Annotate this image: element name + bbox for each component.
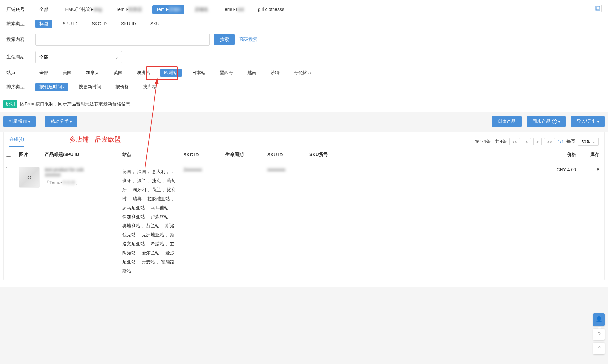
search-type-skuid[interactable]: SKU ID: [117, 20, 140, 27]
site-vn[interactable]: 越南: [244, 69, 260, 77]
tab-online[interactable]: 在线(4): [9, 136, 24, 147]
cell-skc: 2xxxxxxx: [181, 162, 223, 280]
site-tags: 全部 美国 加拿大 英国 澳洲站 欧洲站 日本站 墨西哥 越南 沙特 哥伦比亚: [35, 69, 321, 77]
th-skuid: SKU ID: [265, 147, 307, 162]
search-content-label: 搜索内容:: [6, 37, 35, 43]
import-export-button[interactable]: 导入/导出: [571, 116, 605, 127]
cell-skuid: xxxxxxxx: [265, 162, 307, 280]
annotation-text: 多店铺一品发欧盟: [69, 135, 121, 144]
site-co[interactable]: 哥伦比亚: [290, 69, 316, 77]
search-type-title[interactable]: 标题: [35, 20, 52, 28]
shop-tag-1[interactable]: TEMU(半托管)-xing: [59, 5, 105, 14]
select-all-checkbox[interactable]: [6, 152, 11, 157]
shop-tag-3[interactable]: Temu-店铺A: [152, 5, 184, 14]
search-type-sku[interactable]: SKU: [146, 20, 164, 27]
table-header-row: 图片 产品标题/SPU ID 站点 SKC ID 生命周期 SKU ID SKU…: [4, 147, 604, 162]
site-us[interactable]: 美国: [59, 69, 75, 77]
sort-row: 排序类型: 按创建时间 按更新时间 按价格 按库存: [6, 80, 602, 94]
table-row: 🎧 test product for cob xxxxxxx 「Temu-半托管…: [4, 162, 604, 280]
sort-label: 排序类型:: [6, 84, 35, 90]
product-table: 图片 产品标题/SPU ID 站点 SKC ID 生命周期 SKU ID SKU…: [4, 147, 604, 280]
row-checkbox[interactable]: [6, 167, 11, 172]
shop-tag-2[interactable]: Temu-托管店: [112, 5, 146, 14]
sort-updated[interactable]: 按更新时间: [75, 83, 105, 91]
shop-account-label: 店铺账号:: [6, 7, 35, 13]
site-label: 站点:: [6, 70, 35, 76]
site-uk[interactable]: 英国: [110, 69, 126, 77]
shop-tag-all[interactable]: 全部: [35, 5, 52, 14]
tab-bar: 在线(4) 多店铺一品发欧盟 第1-4条，共4条 << < > >> 1/1 每…: [4, 132, 604, 147]
pager-first[interactable]: <<: [509, 138, 520, 145]
notice-text: 因Temu接口限制，同步产品暂时无法获取最新价格信息: [20, 101, 130, 107]
th-image: 图片: [16, 147, 42, 162]
move-category-button[interactable]: 移动分类: [45, 116, 77, 127]
table-panel: 在线(4) 多店铺一品发欧盟 第1-4条，共4条 << < > >> 1/1 每…: [3, 132, 605, 280]
th-skuno: SKU货号: [307, 147, 546, 162]
page-size-select[interactable]: 50条: [578, 138, 599, 146]
expand-icon[interactable]: [594, 5, 602, 12]
pager: 第1-4条，共4条 << < > >> 1/1 每页 50条 ⌄: [475, 138, 599, 146]
cell-lifecycle: --: [223, 162, 265, 280]
search-type-spu[interactable]: SPU ID: [59, 20, 82, 27]
shop-tag-4[interactable]: 店铺名: [191, 5, 212, 14]
svg-rect-1: [596, 7, 599, 10]
site-ca[interactable]: 加拿大: [82, 69, 103, 77]
pager-page: 1/1: [558, 139, 564, 144]
site-jp[interactable]: 日本站: [188, 69, 209, 77]
th-lifecycle: 生命周期: [223, 147, 265, 162]
lifecycle-select[interactable]: 全部: [35, 51, 122, 63]
cell-title: test product for cob xxxxxxx 「Temu-半托管」: [42, 162, 120, 280]
search-content-row: 搜索内容: 搜索 高级搜索: [6, 31, 602, 48]
pager-last[interactable]: >>: [544, 138, 555, 145]
advanced-search-link[interactable]: 高级搜索: [239, 37, 257, 43]
create-product-button[interactable]: 创建产品: [492, 116, 522, 127]
sort-created[interactable]: 按创建时间: [35, 83, 68, 91]
pager-per-label: 每页: [566, 139, 575, 144]
action-bar: 批量操作 移动分类 创建产品 同步产品? 导入/导出: [0, 112, 608, 132]
store-tag: 「Temu-半托管」: [45, 180, 117, 186]
search-input[interactable]: [35, 34, 210, 46]
search-type-label: 搜索类型:: [6, 21, 35, 27]
shop-tag-5[interactable]: Temu-Test: [219, 5, 248, 13]
th-title: 产品标题/SPU ID: [42, 147, 120, 162]
sort-price[interactable]: 按价格: [112, 83, 133, 91]
sync-product-button[interactable]: 同步产品?: [527, 116, 566, 127]
shop-account-row: 店铺账号: 全部 TEMU(半托管)-xing Temu-托管店 Temu-店铺…: [6, 3, 602, 17]
lifecycle-label: 生命周期:: [6, 54, 35, 60]
notice-tag: 说明: [3, 100, 17, 108]
site-all[interactable]: 全部: [35, 69, 52, 77]
help-icon: ?: [552, 119, 557, 124]
site-au[interactable]: 澳洲站: [133, 69, 154, 77]
site-mx[interactable]: 墨西哥: [216, 69, 237, 77]
search-type-row: 搜索类型: 标题 SPU ID SKC ID SKU ID SKU: [6, 17, 602, 31]
pager-next[interactable]: >: [533, 138, 542, 145]
th-skc: SKC ID: [181, 147, 223, 162]
product-image[interactable]: 🎧: [19, 167, 40, 188]
lifecycle-row: 生命周期: 全部 ⌄: [6, 48, 602, 66]
cell-stock: 8: [579, 162, 604, 280]
site-sa[interactable]: 沙特: [267, 69, 284, 77]
pager-prev[interactable]: <: [523, 138, 531, 145]
th-price: 价格: [546, 147, 579, 162]
cell-price: CNY 4.00: [546, 162, 579, 280]
pager-summary: 第1-4条，共4条: [475, 139, 507, 144]
search-type-skc[interactable]: SKC ID: [88, 20, 111, 27]
shop-tag-6[interactable]: girl clothesss: [254, 5, 288, 13]
site-eu[interactable]: 欧洲站: [160, 69, 182, 77]
shop-tags: 全部 TEMU(半托管)-xing Temu-托管店 Temu-店铺A 店铺名 …: [35, 5, 293, 14]
site-row: 站点: 全部 美国 加拿大 英国 澳洲站 欧洲站 日本站 墨西哥 越南 沙特 哥…: [6, 66, 602, 80]
cell-skuno: --: [307, 162, 546, 280]
cell-sites: 德国， 法国， 意大利， 西班牙， 波兰， 捷克， 葡萄牙， 匈牙利， 荷兰， …: [120, 162, 181, 280]
search-button[interactable]: 搜索: [214, 34, 235, 45]
notice-bar: 说明 因Temu接口限制，同步产品暂时无法获取最新价格信息: [0, 97, 608, 112]
th-site: 站点: [120, 147, 181, 162]
th-stock: 库存: [579, 147, 604, 162]
sort-stock[interactable]: 按库存: [139, 83, 160, 91]
batch-action-button[interactable]: 批量操作: [3, 116, 36, 127]
